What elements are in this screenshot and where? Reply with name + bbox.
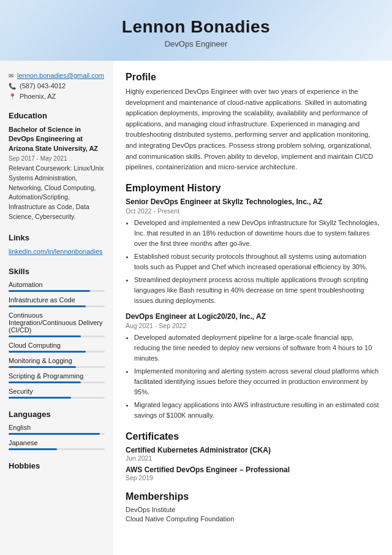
links-title: Links <box>9 233 105 242</box>
profile-text: Highly experienced DevOps Engineer with … <box>126 86 380 173</box>
header-section: Lennon Bonadies DevOps Engineer <box>0 0 392 61</box>
skill-item: Continuous Integration/Continuous Delive… <box>9 312 105 337</box>
email-item: ✉ lennon.bonadies@gmail.com <box>9 72 105 79</box>
location-item: 📍 Phoenix, AZ <box>9 93 105 100</box>
skill-bar-bg <box>9 351 105 353</box>
skill-label: Scripting & Programming <box>9 372 105 380</box>
location-icon: 📍 <box>9 93 16 100</box>
language-item: Japanese <box>9 439 105 450</box>
sidebar: ✉ lennon.bonadies@gmail.com 📞 (587) 043-… <box>0 61 113 555</box>
jobs-list: Senior DevOps Engineer at Skyllz Technol… <box>126 197 380 421</box>
job-block: DevOps Engineer at Logic20/20, Inc., AZ … <box>126 312 380 421</box>
profile-section-title: Profile <box>126 72 380 83</box>
phone-icon: 📞 <box>9 83 16 90</box>
skill-label: Automation <box>9 281 105 288</box>
languages-section: Languages English Japanese <box>9 410 105 450</box>
cert-name: AWS Certified DevOps Engineer – Professi… <box>126 465 380 474</box>
cert-date: Sep 2019 <box>126 474 380 481</box>
skill-label: Continuous Integration/Continuous Delive… <box>9 312 105 334</box>
certificate-item: AWS Certified DevOps Engineer – Professi… <box>126 465 380 481</box>
employment-section-title: Employment History <box>126 183 380 194</box>
skill-bar-fill <box>9 290 90 292</box>
candidate-title: DevOps Engineer <box>12 39 380 48</box>
language-item: English <box>9 424 105 435</box>
skills-title: Skills <box>9 267 105 276</box>
phone-number: (587) 043-4012 <box>20 82 66 90</box>
job-bullet: Established robust security protocols th… <box>134 251 380 272</box>
skill-bar-bg <box>9 366 105 368</box>
job-bullet: Migrated legacy applications into AWS in… <box>134 400 380 421</box>
skill-item: Scripting & Programming <box>9 372 105 383</box>
job-bullet: Streamlined deployment process across mu… <box>134 275 380 306</box>
skill-bar-bg <box>9 381 105 383</box>
job-block: Senior DevOps Engineer at Skyllz Technol… <box>126 197 380 306</box>
linkedin-link[interactable]: linkedin.com/in/lennonbonadies <box>9 248 103 255</box>
language-bar-fill <box>9 433 100 435</box>
content-area: ✉ lennon.bonadies@gmail.com 📞 (587) 043-… <box>0 61 392 555</box>
skill-bar-fill <box>9 397 71 399</box>
skill-bar-fill <box>9 335 81 337</box>
coursework-label: Relevant Coursework: <box>9 164 72 172</box>
education-section: Education Bachelor of Science in DevOps … <box>9 111 105 222</box>
membership-item: DevOps Institute <box>126 506 380 513</box>
education-courses: Relevant Coursework: Linux/Unix Systems … <box>9 164 105 222</box>
skill-item: Infrastructure as Code <box>9 296 105 307</box>
memberships-section-title: Memberships <box>126 491 380 502</box>
skill-label: Cloud Computing <box>9 342 105 349</box>
languages-list: English Japanese <box>9 424 105 450</box>
hobbies-section: Hobbies <box>9 461 105 470</box>
education-date: Sep 2017 - May 2021 <box>9 155 105 162</box>
skill-item: Cloud Computing <box>9 342 105 353</box>
language-label: English <box>9 424 105 431</box>
education-title: Education <box>9 111 105 120</box>
contact-section: ✉ lennon.bonadies@gmail.com 📞 (587) 043-… <box>9 72 105 100</box>
skill-bar-fill <box>9 381 81 383</box>
job-bullets: Developed and implemented a new DevOps i… <box>134 218 380 306</box>
skill-label: Security <box>9 388 105 395</box>
job-bullet: Developed automated deployment pipeline … <box>134 332 380 364</box>
coursework-text: Linux/Unix Systems Administration, Netwo… <box>9 164 104 220</box>
skill-label: Infrastructure as Code <box>9 296 105 304</box>
phone-item: 📞 (587) 043-4012 <box>9 82 105 90</box>
skill-bar-fill <box>9 305 86 307</box>
main-content: Profile Highly experienced DevOps Engine… <box>113 61 392 555</box>
languages-title: Languages <box>9 410 105 419</box>
location-text: Phoenix, AZ <box>20 93 56 100</box>
job-bullet: Implemented monitoring and alerting syst… <box>134 366 380 397</box>
language-bar-fill <box>9 448 57 450</box>
links-section: Links linkedin.com/in/lennonbonadies <box>9 233 105 256</box>
certs-list: Certified Kubernetes Administrator (CKA)… <box>126 446 380 481</box>
skill-bar-fill <box>9 366 76 368</box>
job-title: DevOps Engineer at Logic20/20, Inc., AZ <box>126 312 380 321</box>
job-date: Oct 2022 - Present <box>126 207 380 215</box>
skill-bar-bg <box>9 290 105 292</box>
email-link[interactable]: lennon.bonadies@gmail.com <box>17 72 104 79</box>
skill-item: Monitoring & Logging <box>9 357 105 368</box>
certificates-section-title: Certificates <box>126 431 380 442</box>
employment-section: Employment History Senior DevOps Enginee… <box>126 183 380 421</box>
skill-bar-fill <box>9 351 86 353</box>
skill-item: Automation <box>9 281 105 292</box>
education-degree: Bachelor of Science in DevOps Engineerin… <box>9 125 105 153</box>
skill-bar-bg <box>9 305 105 307</box>
job-date: Aug 2021 - Sep 2022 <box>126 322 380 329</box>
certificates-section: Certificates Certified Kubernetes Admini… <box>126 431 380 481</box>
candidate-name: Lennon Bonadies <box>12 17 380 37</box>
cert-date: Jun 2021 <box>126 454 380 462</box>
skills-section: Skills Automation Infrastructure as Code… <box>9 267 105 399</box>
skill-bar-bg <box>9 397 105 399</box>
job-bullet: Developed and implemented a new DevOps i… <box>134 218 380 249</box>
skill-bar-bg <box>9 335 105 337</box>
skill-item: Security <box>9 388 105 399</box>
hobbies-title: Hobbies <box>9 461 105 470</box>
job-bullets: Developed automated deployment pipeline … <box>134 332 380 421</box>
skills-list: Automation Infrastructure as Code Contin… <box>9 281 105 399</box>
skill-label: Monitoring & Logging <box>9 357 105 364</box>
memberships-list: DevOps InstituteCloud Native Computing F… <box>126 506 380 522</box>
language-bar-bg <box>9 448 105 450</box>
job-title: Senior DevOps Engineer at Skyllz Technol… <box>126 197 380 206</box>
memberships-section: Memberships DevOps InstituteCloud Native… <box>126 491 380 522</box>
certificate-item: Certified Kubernetes Administrator (CKA)… <box>126 446 380 462</box>
email-icon: ✉ <box>9 72 13 79</box>
cert-name: Certified Kubernetes Administrator (CKA) <box>126 446 380 454</box>
